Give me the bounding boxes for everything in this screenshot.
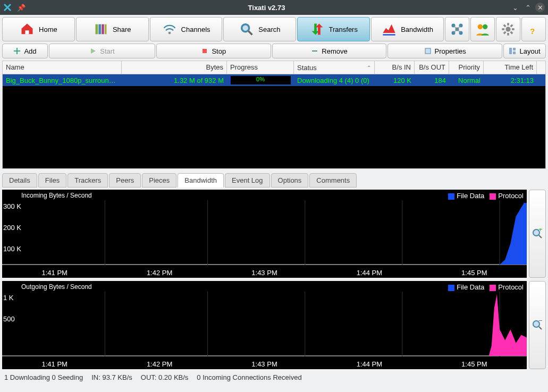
- home-icon: [20, 22, 35, 37]
- svg-rect-2: [98, 24, 101, 35]
- col-bytes[interactable]: Bytes: [122, 61, 227, 74]
- close-button[interactable]: ✕: [535, 3, 545, 12]
- add-label: Add: [24, 47, 36, 55]
- layout-label: Layout: [519, 47, 540, 55]
- gear-icon: [501, 22, 516, 37]
- cell-bout: 184: [415, 76, 449, 84]
- tab-trackers[interactable]: Trackers: [68, 173, 108, 188]
- properties-button[interactable]: Properties: [387, 44, 502, 58]
- cell-status: Downloading 4 (4) 0 (0): [294, 76, 375, 84]
- tab-peers[interactable]: Peers: [109, 173, 141, 188]
- svg-rect-21: [425, 48, 431, 54]
- col-bout[interactable]: B/s OUT: [415, 61, 449, 74]
- transfers-button[interactable]: Transfers: [297, 17, 370, 41]
- minimize-button[interactable]: ⌄: [510, 2, 520, 13]
- col-status[interactable]: Status⌃: [294, 61, 375, 74]
- svg-rect-0: [26, 30, 29, 34]
- stop-label: Stop: [212, 47, 226, 55]
- tab-pieces[interactable]: Pieces: [142, 173, 176, 188]
- dht-icon: [450, 22, 465, 37]
- svg-text:−: −: [538, 320, 543, 325]
- col-timeleft[interactable]: Time Left: [484, 61, 537, 74]
- window-title: Tixati v2.73: [26, 4, 508, 12]
- tab-details[interactable]: Details: [2, 173, 37, 188]
- main-toolbar: Home Share Channels Search Transfers Ban…: [0, 15, 548, 44]
- svg-point-5: [168, 32, 171, 35]
- peers-icon: [475, 22, 490, 37]
- dht-button[interactable]: [445, 17, 469, 41]
- chart-out-legend: File Data Protocol: [448, 283, 524, 291]
- layout-icon: [509, 47, 516, 55]
- col-priority[interactable]: Priority: [449, 61, 484, 74]
- settings-button[interactable]: [496, 17, 520, 41]
- svg-rect-4: [105, 24, 107, 35]
- bandwidth-panel: Incoming Bytes / Second File Data Protoc…: [0, 188, 548, 371]
- channels-button[interactable]: Channels: [150, 17, 223, 41]
- app-icon: [3, 3, 12, 12]
- svg-text:+: +: [538, 228, 543, 233]
- svg-point-16: [483, 24, 487, 29]
- cell-priority: Normal: [449, 76, 484, 84]
- zoom-out-icon: −: [532, 320, 543, 330]
- remove-button[interactable]: Remove: [272, 44, 387, 58]
- svg-rect-3: [102, 24, 104, 35]
- chart-out-title: Outgoing Bytes / Second: [21, 283, 92, 291]
- cell-name: Big_Buck_Bunny_1080p_surround_fros...: [3, 76, 122, 84]
- bandwidth-icon: [382, 22, 397, 37]
- svg-rect-24: [513, 52, 516, 54]
- transfers-list[interactable]: Big_Buck_Bunny_1080p_surround_fros... 1.…: [2, 74, 546, 169]
- action-toolbar: Add Start Stop Remove Properties Layout: [0, 44, 548, 61]
- svg-rect-22: [509, 48, 512, 54]
- tab-comments[interactable]: Comments: [309, 173, 357, 188]
- transfer-row[interactable]: Big_Buck_Bunny_1080p_surround_fros... 1.…: [3, 74, 545, 86]
- svg-point-15: [478, 24, 483, 29]
- channels-label: Channels: [181, 25, 210, 33]
- tab-eventlog[interactable]: Event Log: [225, 173, 270, 188]
- start-button[interactable]: Start: [49, 44, 155, 58]
- chart-incoming: Incoming Bytes / Second File Data Protoc…: [2, 190, 527, 278]
- svg-line-32: [539, 235, 542, 238]
- col-bin[interactable]: B/s IN: [375, 61, 415, 74]
- chart-out-xticks: 1:41 PM1:42 PM1:43 PM1:44 PM1:45 PM: [2, 360, 527, 368]
- svg-rect-19: [203, 49, 207, 53]
- transfers-header: Name Bytes Progress Status⌃ B/s IN B/s O…: [2, 61, 546, 74]
- zoom-out-button[interactable]: −: [529, 281, 546, 369]
- status-in: IN: 93.7 KB/s: [91, 373, 132, 381]
- add-button[interactable]: Add: [2, 44, 48, 58]
- col-progress[interactable]: Progress: [227, 61, 294, 74]
- chart-outgoing: Outgoing Bytes / Second File Data Protoc…: [2, 281, 527, 369]
- svg-rect-20: [312, 50, 317, 52]
- search-button[interactable]: Search: [223, 17, 296, 41]
- tab-options[interactable]: Options: [271, 173, 309, 188]
- peers-button[interactable]: [470, 17, 495, 41]
- chart-in-legend: File Data Protocol: [448, 192, 524, 200]
- cell-bytes: 1.32 M of 932 M: [122, 76, 227, 84]
- channels-icon: [162, 22, 177, 37]
- zoom-in-button[interactable]: +: [529, 190, 546, 278]
- share-icon: [94, 22, 108, 37]
- play-icon: [89, 47, 97, 55]
- svg-point-6: [242, 24, 249, 32]
- chart-in-xticks: 1:41 PM1:42 PM1:43 PM1:44 PM1:45 PM: [2, 269, 527, 277]
- tab-bandwidth[interactable]: Bandwidth: [178, 173, 224, 188]
- stop-button[interactable]: Stop: [156, 44, 271, 58]
- svg-rect-23: [513, 48, 516, 50]
- properties-label: Properties: [435, 47, 466, 55]
- share-button[interactable]: Share: [76, 17, 149, 41]
- pin-icon[interactable]: 📌: [17, 4, 26, 12]
- home-label: Home: [39, 25, 57, 33]
- maximize-button[interactable]: ⌃: [522, 2, 533, 13]
- home-button[interactable]: Home: [2, 17, 75, 41]
- col-name[interactable]: Name: [3, 61, 122, 74]
- chevron-up-icon: ⌃: [367, 65, 371, 71]
- bandwidth-button[interactable]: Bandwidth: [371, 17, 444, 41]
- statusbar: 1 Downloading 0 Seeding IN: 93.7 KB/s OU…: [0, 371, 548, 384]
- transfers-icon: [310, 22, 325, 37]
- status-out: OUT: 0.20 KB/s: [141, 373, 189, 381]
- svg-text:?: ?: [530, 27, 535, 36]
- help-button[interactable]: ?: [521, 17, 546, 41]
- tab-files[interactable]: Files: [38, 173, 66, 188]
- zoom-in-icon: +: [532, 228, 543, 239]
- layout-button[interactable]: Layout: [503, 44, 546, 58]
- properties-icon: [424, 47, 432, 55]
